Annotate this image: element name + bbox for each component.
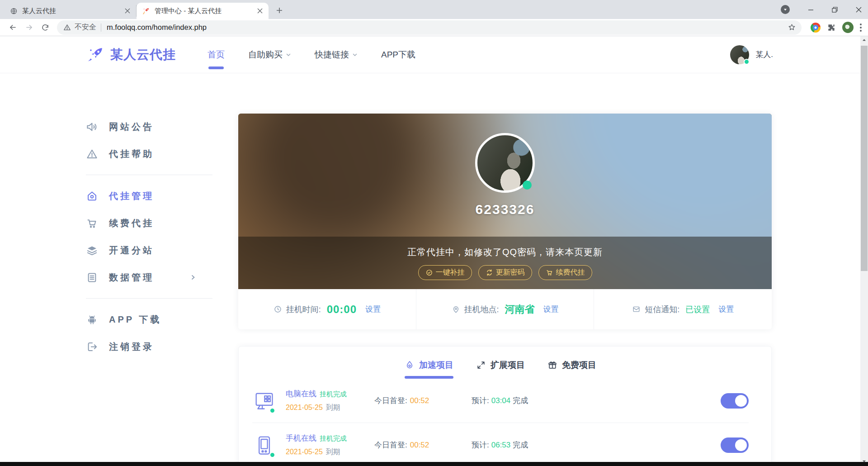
alert-triangle-icon [86, 148, 98, 160]
online-dot [523, 181, 532, 190]
settings-link[interactable]: 设置 [718, 304, 734, 314]
toggle-knob [735, 395, 747, 407]
page-scrollbar[interactable] [860, 36, 868, 466]
chrome-extension-icon[interactable] [811, 23, 821, 33]
first-login-label: 今日首登: [374, 441, 407, 449]
project-name[interactable]: 电脑在线 [286, 390, 316, 398]
project-row-phone-online: 手机在线挂机完成 2021-05-25到期 今日首登:00:52 预计:06:5… [252, 423, 749, 466]
eta-label: 预计: [472, 396, 489, 405]
hosting-status-message: 正常代挂中，如修改了QQ密码，请来本页更新 [407, 246, 603, 258]
sidebar-item-open-substation[interactable]: 开通分站 [86, 237, 212, 264]
nav-app-download[interactable]: APP下载 [381, 36, 415, 73]
expire-date: 2021-05-25 [286, 404, 323, 411]
sidebar-label: 代挂管理 [109, 190, 154, 202]
qq-avatar [475, 133, 535, 193]
renew-hosting-button[interactable]: 续费代挂 [538, 265, 592, 280]
browser-profile-avatar[interactable] [842, 22, 854, 33]
button-label: 续费代挂 [556, 268, 585, 277]
sidebar-item-help[interactable]: 代挂帮助 [86, 140, 212, 167]
qq-number: 6233326 [238, 202, 772, 217]
computer-icon [252, 389, 276, 413]
sidebar-item-logout[interactable]: 注销登录 [86, 333, 212, 360]
stat-hang-location: 挂机地点: 河南省 设置 [416, 289, 594, 329]
eta-suffix: 完成 [513, 396, 528, 405]
sidebar-label: 数据管理 [109, 271, 154, 284]
online-dot [269, 452, 275, 458]
logout-icon [86, 341, 98, 353]
forward-icon[interactable] [23, 21, 35, 34]
eta-label: 预计: [472, 441, 489, 449]
close-window-button[interactable] [856, 7, 862, 13]
mail-icon [632, 305, 641, 314]
speed-drop-icon [405, 360, 415, 370]
sidebar-label: 注销登录 [109, 341, 154, 353]
update-password-button[interactable]: 更新密码 [478, 265, 532, 280]
one-key-rehang-button[interactable]: 一键补挂 [418, 265, 472, 280]
tab-label: 加速项目 [419, 359, 453, 371]
stat-hang-time: 挂机时间: 00:00 设置 [238, 289, 416, 329]
chevron-right-icon [190, 274, 196, 281]
browser-tab-2[interactable]: 管理中心 - 某人云代挂 [137, 3, 269, 19]
button-label: 一键补挂 [436, 268, 465, 277]
tab-extended-projects[interactable]: 扩展项目 [476, 359, 525, 379]
security-label: 不安全 [75, 23, 96, 32]
gift-icon [547, 360, 557, 370]
nav-self-purchase[interactable]: 自助购买 [248, 36, 291, 73]
bookmark-star-icon[interactable] [788, 23, 796, 32]
projects-card: 加速项目 扩展项目 免费项目 [238, 346, 772, 466]
online-dot [744, 59, 750, 65]
tab-accelerated-projects[interactable]: 加速项目 [405, 359, 453, 379]
nav-home[interactable]: 首页 [208, 36, 225, 73]
extensions-puzzle-icon[interactable] [827, 23, 836, 32]
tab-title: 管理中心 - 某人云代挂 [155, 7, 251, 15]
home-icon [86, 190, 98, 202]
project-status: 挂机完成 [320, 390, 347, 398]
project-name[interactable]: 手机在线 [286, 434, 316, 442]
nav-quick-links[interactable]: 快捷链接 [315, 36, 358, 73]
restore-button[interactable] [832, 7, 838, 13]
url-bar[interactable]: 不安全 m.foolqq.com/home/index.php [57, 20, 802, 35]
sidebar-label: 开通分站 [109, 244, 154, 257]
sidebar-item-data-management[interactable]: 数据管理 [86, 264, 212, 291]
back-icon[interactable] [6, 21, 19, 34]
new-tab-button[interactable] [273, 4, 286, 17]
tab-free-projects[interactable]: 免费项目 [547, 359, 596, 379]
tab-title: 某人云代挂 [22, 7, 119, 15]
settings-link[interactable]: 设置 [365, 304, 381, 314]
sidebar-item-app-download[interactable]: APP 下载 [86, 306, 212, 333]
browser-menu-icon[interactable] [860, 24, 862, 32]
banner-overlay: 正常代挂中，如修改了QQ密码，请来本页更新 一键补挂 [238, 237, 772, 289]
site-logo[interactable]: 某人云代挂 [86, 45, 176, 64]
sidebar-item-hosting-management[interactable]: 代挂管理 [86, 182, 212, 209]
sidebar-item-announcements[interactable]: 网站公告 [86, 113, 212, 140]
minimize-button[interactable] [808, 7, 814, 13]
project-row-pc-online: 电脑在线挂机完成 2021-05-25到期 今日首登:00:52 预计:03:0… [252, 379, 749, 423]
pc-online-toggle[interactable] [721, 393, 749, 409]
stat-value: 河南省 [505, 303, 535, 316]
settings-link[interactable]: 设置 [543, 304, 559, 314]
phone-online-toggle[interactable] [721, 437, 749, 453]
globe-icon [10, 7, 18, 15]
expire-suffix: 到期 [326, 404, 340, 411]
scroll-up-icon[interactable] [860, 36, 868, 44]
nav-label: 自助购买 [248, 49, 283, 61]
close-tab-icon[interactable] [256, 7, 264, 15]
reload-icon[interactable] [39, 21, 52, 34]
sidebar-label: APP 下载 [109, 314, 161, 326]
browser-toolbar: 不安全 m.foolqq.com/home/index.php [0, 19, 868, 36]
close-tab-icon[interactable] [123, 7, 132, 15]
tab-search-button[interactable] [781, 5, 790, 14]
expire-suffix: 到期 [326, 448, 340, 456]
sidebar-label: 续费代挂 [109, 217, 154, 229]
scrollbar-thumb[interactable] [861, 46, 868, 271]
bottom-edge-bar [0, 462, 868, 466]
button-label: 更新密码 [496, 268, 525, 277]
sidebar-item-renew[interactable]: 续费代挂 [86, 209, 212, 237]
url-text: m.foolqq.com/home/index.php [107, 23, 788, 32]
site-header: 某人云代挂 首页 自助购买 快捷链接 APP下载 某人. [0, 36, 868, 73]
layers-icon [86, 244, 98, 257]
browser-tab-1[interactable]: 某人云代挂 [5, 5, 137, 17]
nav-label: APP下载 [381, 49, 415, 61]
sidebar: 网站公告 代挂帮助 代挂管理 续费代挂 [86, 113, 212, 360]
user-menu[interactable]: 某人. [730, 45, 773, 64]
